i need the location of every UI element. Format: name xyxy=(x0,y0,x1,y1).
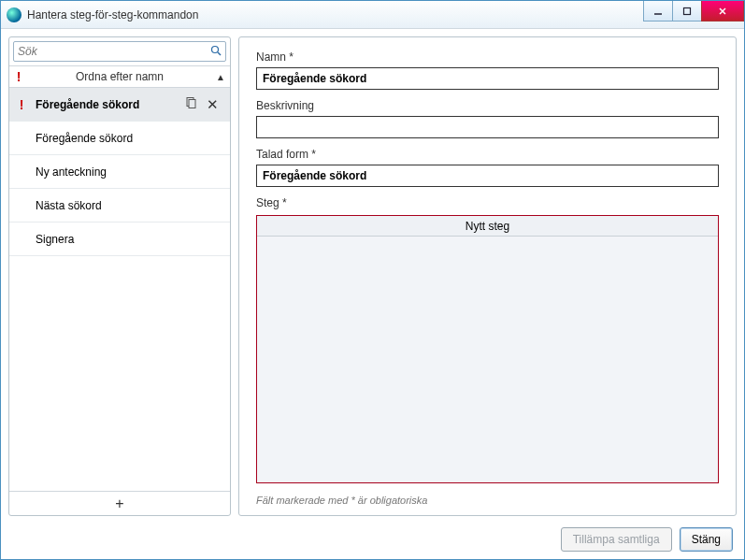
app-window: Hantera steg-för-steg-kommandon xyxy=(0,0,745,560)
steps-area[interactable] xyxy=(257,237,718,482)
warning-icon: ! xyxy=(13,97,30,112)
steps-box: Nytt steg xyxy=(256,215,719,483)
copy-icon[interactable] xyxy=(184,96,197,113)
list-item[interactable]: Signera xyxy=(9,223,230,256)
list-item-label: Nästa sökord xyxy=(30,199,226,212)
search-wrap xyxy=(13,41,226,62)
window-controls xyxy=(644,1,744,22)
spoken-form-label: Talad form * xyxy=(256,148,719,161)
sort-header[interactable]: ! Ordna efter namn ▲ xyxy=(9,65,230,88)
columns: ! Ordna efter namn ▲ ! Föregående sökord… xyxy=(8,36,737,516)
svg-point-4 xyxy=(212,46,219,52)
dialog-body: ! Ordna efter namn ▲ ! Föregående sökord… xyxy=(1,29,744,559)
close-button[interactable]: Stäng xyxy=(680,527,733,552)
list-item-label: Föregående sökord xyxy=(30,98,184,111)
apply-all-button[interactable]: Tillämpa samtliga xyxy=(561,527,672,552)
svg-rect-1 xyxy=(684,7,691,14)
search-icon[interactable] xyxy=(210,45,222,59)
titlebar: Hantera steg-för-steg-kommandon xyxy=(1,1,744,29)
dialog-footer: Tillämpa samtliga Stäng xyxy=(8,524,737,552)
close-window-button[interactable] xyxy=(701,1,744,22)
list-item[interactable]: Föregående sökord xyxy=(9,122,230,155)
warning-column-icon: ! xyxy=(9,69,28,84)
close-icon xyxy=(718,7,727,16)
list-item[interactable]: Ny anteckning xyxy=(9,155,230,189)
name-input[interactable] xyxy=(256,67,719,90)
list-item[interactable]: ! Föregående sökord ✕ xyxy=(9,88,230,122)
list-item-label: Föregående sökord xyxy=(30,132,226,145)
plus-icon: + xyxy=(115,495,123,512)
editor-panel: Namn * Beskrivning Talad form * Steg * N… xyxy=(238,36,737,516)
description-input[interactable] xyxy=(256,116,719,138)
commands-list: ! Föregående sökord ✕ Föregående sökord xyxy=(9,88,230,491)
maximize-icon xyxy=(682,7,692,16)
row-actions: ✕ xyxy=(184,96,226,113)
new-step-label: Nytt steg xyxy=(466,220,509,233)
commands-sidebar: ! Ordna efter namn ▲ ! Föregående sökord… xyxy=(8,36,231,516)
add-command-button[interactable]: + xyxy=(9,491,230,515)
maximize-button[interactable] xyxy=(672,1,702,22)
delete-icon[interactable]: ✕ xyxy=(207,96,219,113)
list-item-label: Ny anteckning xyxy=(30,165,226,179)
required-hint: Fält markerade med * är obligatoriska xyxy=(256,495,719,506)
name-label: Namn * xyxy=(256,50,719,64)
steps-label: Steg * xyxy=(256,196,719,209)
new-step-button[interactable]: Nytt steg xyxy=(257,216,718,237)
description-label: Beskrivning xyxy=(256,99,719,112)
svg-line-5 xyxy=(218,52,221,55)
minimize-icon xyxy=(653,7,663,16)
steps-container: Nytt steg xyxy=(256,213,719,483)
list-item[interactable]: Nästa sökord xyxy=(9,189,230,223)
svg-rect-7 xyxy=(189,99,195,108)
sort-label: Ordna efter namn xyxy=(28,70,211,83)
list-item-label: Signera xyxy=(30,233,226,246)
minimize-button[interactable] xyxy=(643,1,673,22)
app-icon xyxy=(7,7,21,22)
search-input[interactable] xyxy=(18,45,210,58)
window-title: Hantera steg-för-steg-kommandon xyxy=(27,8,198,22)
spoken-form-input[interactable] xyxy=(256,165,719,187)
sort-arrow-icon: ▲ xyxy=(211,72,230,82)
